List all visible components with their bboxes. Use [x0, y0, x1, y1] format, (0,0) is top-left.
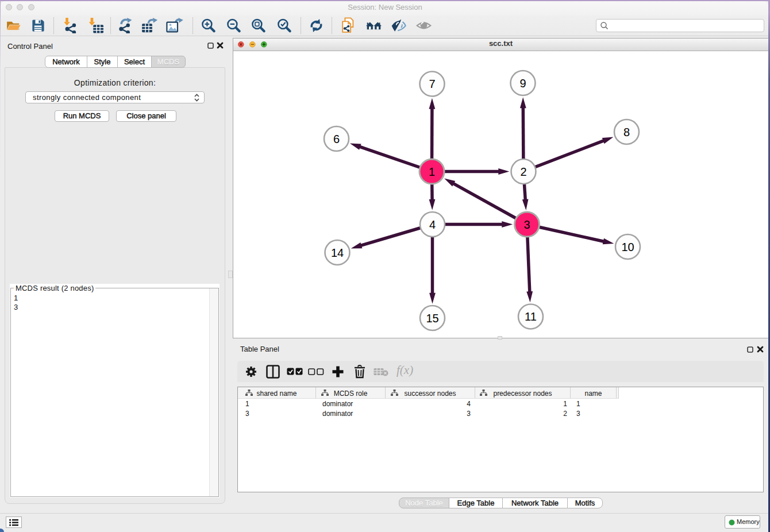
svg-text:1: 1: [429, 165, 435, 178]
svg-text:10: 10: [621, 241, 634, 253]
svg-text:14: 14: [331, 246, 344, 259]
svg-text:2: 2: [520, 165, 526, 178]
svg-text:6: 6: [333, 133, 340, 145]
svg-text:4: 4: [429, 218, 436, 231]
svg-text:7: 7: [429, 78, 435, 90]
svg-text:3: 3: [523, 218, 530, 231]
svg-text:8: 8: [623, 126, 630, 138]
svg-text:15: 15: [426, 312, 438, 325]
svg-text:9: 9: [519, 77, 526, 90]
svg-text:11: 11: [525, 310, 537, 323]
